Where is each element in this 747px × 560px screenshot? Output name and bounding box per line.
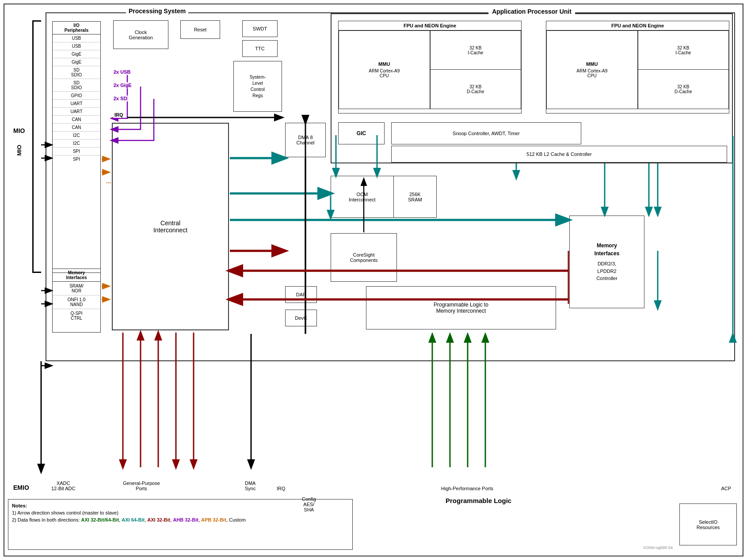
pl-mem-box: Programmable Logic toMemory Interconnect bbox=[366, 286, 556, 329]
mmu-label-r: MMU bbox=[586, 61, 598, 67]
note-apb-32bit: APB 32-Bit bbox=[201, 517, 226, 522]
mem-sram-nor: SRAM/NOR bbox=[53, 282, 100, 295]
memory-interfaces-ps-box: MemoryInterfaces SRAM/NOR ONFI 1.0NAND Q… bbox=[52, 269, 101, 333]
note-axi-64bit: AXI 32-Bit/64-Bit bbox=[81, 517, 119, 522]
dma-sync-label: DMASync bbox=[245, 481, 255, 491]
ttc-box: TTC bbox=[242, 40, 278, 57]
snoop-label: Snoop Controller, AWDT, Timer bbox=[453, 131, 520, 136]
ocm-interconnect-label: OCMInterconnect bbox=[331, 176, 394, 217]
coresight-box: CoreSightComponents bbox=[331, 233, 397, 282]
central-interconnect-label: CentralInterconnect bbox=[153, 219, 187, 234]
gpp-label: General-PurposePorts bbox=[123, 481, 160, 491]
pl-main-label: Programmable Logic bbox=[446, 497, 511, 504]
coresight-label: CoreSightComponents bbox=[350, 252, 377, 263]
dma-box: DMA 8Channel bbox=[285, 123, 326, 157]
io-usb1: USB bbox=[53, 34, 100, 42]
pl-mem-label: Programmable Logic toMemory Interconnect bbox=[434, 302, 488, 314]
xadc-label: XADC12-Bit ADC bbox=[51, 481, 75, 491]
irq-bottom-label: IRQ bbox=[277, 486, 286, 491]
notes-box: Notes: 1) Arrow direction shows control … bbox=[8, 499, 353, 550]
mem-qspi: Q-SPICTRL bbox=[53, 309, 100, 322]
memory-interfaces-right-title: MemoryInterfaces bbox=[595, 242, 620, 257]
watermark: XONN-ug585-54 bbox=[643, 545, 673, 550]
ttc-label: TTC bbox=[255, 46, 264, 51]
reset-label: Reset bbox=[194, 27, 207, 32]
io-sd-sdio1: SDSDIO bbox=[53, 66, 100, 79]
cpu-label-l: ARM Cortex-A9CPU bbox=[369, 68, 400, 78]
note-axi-32bit: AXI 32-Bit bbox=[147, 517, 170, 522]
devc-box: DevC bbox=[285, 310, 317, 326]
sd-2x-text: 2x SD bbox=[113, 95, 128, 102]
io-i2c2: I2C bbox=[53, 140, 100, 148]
emio-label: EMIO bbox=[13, 484, 29, 491]
fpu-left-box: FPU and NEON Engine MMU ARM Cortex-A9CPU… bbox=[338, 21, 522, 114]
mem-onfi-nand: ONFI 1.0NAND bbox=[53, 295, 100, 309]
system-level-box: System-LevelControlRegs bbox=[233, 61, 282, 112]
note-line1: 1) Arrow direction shows control (master… bbox=[12, 510, 349, 515]
io-can1: CAN bbox=[53, 116, 100, 124]
l2-cache-box: 512 KB L2 Cache & Controller bbox=[391, 146, 727, 163]
note-axi-64bit2: AXI 64-Bit bbox=[122, 517, 145, 522]
icache-l: 32 KBI-Cache bbox=[431, 31, 521, 70]
system-level-label: System-LevelControlRegs bbox=[250, 74, 266, 99]
io-uart2: UART bbox=[53, 108, 100, 116]
gic-label: GIC bbox=[357, 130, 366, 136]
dcache-l: 32 KBD-Cache bbox=[431, 70, 521, 109]
mio-text: MIO bbox=[13, 127, 25, 134]
selectio-box: SelectIOResources bbox=[679, 503, 737, 545]
io-i2c1: I2C bbox=[53, 132, 100, 140]
hp-ports-label: High-Performance Ports bbox=[441, 486, 493, 491]
fpu-right-cache: 32 KBI-Cache 32 KBD-Cache bbox=[638, 30, 729, 109]
dap-label: DAP bbox=[296, 292, 306, 297]
fpu-left-mmu: MMU ARM Cortex-A9CPU bbox=[339, 30, 430, 109]
l2-cache-label: 512 KB L2 Cache & Controller bbox=[526, 151, 591, 157]
usb-2x-text: 2x USB bbox=[113, 69, 131, 75]
note-ahb-32bit: AHB 32-Bit bbox=[173, 517, 198, 522]
swdt-box: SWDT bbox=[242, 20, 278, 37]
clock-gen-label: ClockGeneration bbox=[129, 30, 152, 40]
io-peripherals-title: I/OPeripherals bbox=[53, 22, 100, 34]
apu-title: Application Processor Unit bbox=[488, 8, 575, 15]
note-custom: Custom bbox=[229, 517, 246, 522]
notes-title: Notes: bbox=[12, 503, 349, 508]
io-gige1: GigE bbox=[53, 50, 100, 58]
apu-box: Application Processor Unit FPU and NEON … bbox=[331, 13, 733, 163]
cpu-label-r: ARM Cortex-A9CPU bbox=[576, 68, 607, 78]
dap-box: DAP bbox=[285, 286, 317, 303]
memory-interfaces-right-box: MemoryInterfaces DDR2/3,LPDDR2Controller bbox=[569, 216, 644, 308]
gige-2x-text: 2x GigE bbox=[113, 82, 132, 88]
icache-r: 32 KBI-Cache bbox=[638, 31, 729, 70]
snoop-box: Snoop Controller, AWDT, Timer bbox=[391, 122, 581, 144]
ocm-combined-box: OCMInterconnect 256KSRAM bbox=[331, 176, 437, 218]
io-peripherals-box: I/OPeripherals USB USB GigE GigE SDSDIO … bbox=[52, 21, 101, 273]
fpu-right-title: FPU and NEON Engine bbox=[546, 21, 729, 30]
irq-overlay: IRQ bbox=[113, 112, 125, 118]
note-line2: 2) Data flows in both directions: AXI 32… bbox=[12, 517, 349, 522]
mio-bracket bbox=[32, 20, 41, 273]
acp-label: ACP bbox=[721, 486, 731, 491]
note-line2-prefix: 2) Data flows in both directions: bbox=[12, 517, 81, 522]
io-uart1: UART bbox=[53, 100, 100, 108]
swdt-label: SWDT bbox=[253, 26, 267, 31]
devc-label: DevC bbox=[295, 315, 307, 321]
memory-interfaces-ps-title: MemoryInterfaces bbox=[53, 269, 100, 282]
mio-label: MIO bbox=[16, 145, 23, 156]
dma-label: DMA 8Channel bbox=[297, 135, 315, 145]
sram-256k-label: 256KSRAM bbox=[394, 176, 436, 217]
io-gige2: GigE bbox=[53, 58, 100, 66]
reset-box: Reset bbox=[180, 20, 220, 39]
diagram-container: Processing System I/OPeripherals USB USB… bbox=[4, 4, 743, 556]
io-spi1: SPI bbox=[53, 148, 100, 155]
fpu-left-title: FPU and NEON Engine bbox=[339, 21, 521, 30]
io-usb2: USB bbox=[53, 42, 100, 50]
central-interconnect-box: CentralInterconnect bbox=[112, 123, 229, 330]
gic-box: GIC bbox=[338, 122, 385, 144]
processing-system-title: Processing System bbox=[126, 8, 188, 15]
selectio-label: SelectIOResources bbox=[697, 519, 720, 530]
dcache-r: 32 KBD-Cache bbox=[638, 70, 729, 109]
io-can2: CAN bbox=[53, 124, 100, 132]
clock-gen-box: ClockGeneration bbox=[113, 20, 168, 49]
fpu-left-cache: 32 KBI-Cache 32 KBD-Cache bbox=[430, 30, 522, 109]
io-gpio: GPIO bbox=[53, 92, 100, 100]
memory-interfaces-right-content: DDR2/3,LPDDR2Controller bbox=[596, 260, 617, 282]
